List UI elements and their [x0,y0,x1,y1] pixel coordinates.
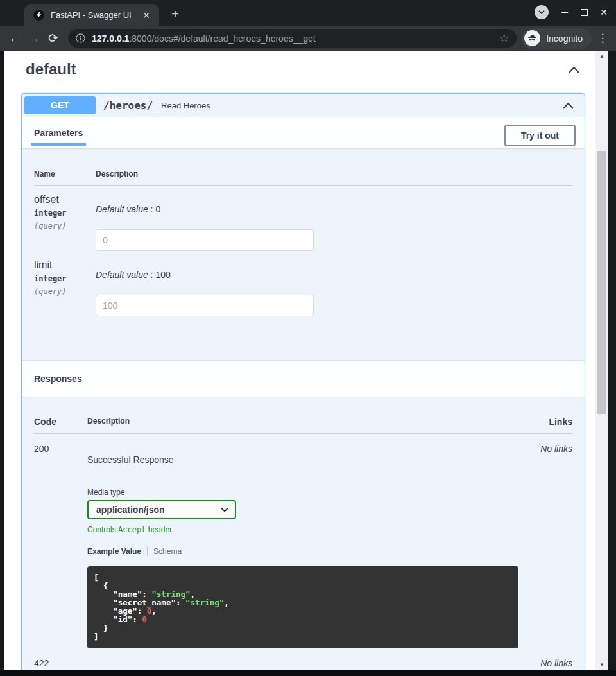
param-location: (query) [34,287,96,296]
page-scrollbar[interactable]: ▲ ▼ [595,51,608,670]
response-code: 422 [34,658,87,670]
col-header-description: Description [87,417,521,427]
scrollbar-thumb[interactable] [597,151,606,414]
maximize-button[interactable] [581,9,588,16]
media-type-select[interactable]: application/json [87,500,236,519]
bookmark-star-icon[interactable]: ☆ [499,31,509,45]
incognito-icon [524,30,540,46]
controls-accept-note: Controls Accept header. [87,525,521,534]
parameters-section-header: Parameters Try it out [22,117,585,148]
opblock-collapse-chevron-icon[interactable] [562,101,574,110]
method-badge: GET [24,96,96,114]
response-row-200: 200 Successful Response Media type appli… [34,434,572,648]
col-header-name: Name [34,169,96,178]
response-description: Successful Response [87,455,521,465]
opblock-summary[interactable]: GET /heroes/ Read Heroes [22,94,585,117]
forward-icon[interactable]: → [24,29,44,48]
try-it-out-button[interactable]: Try it out [504,125,576,146]
media-type-label: Media type [87,488,521,497]
tab-search-button[interactable] [535,5,549,19]
incognito-badge: Incognito [522,28,592,49]
page-viewport: default GET /heroes/ Read Heroes Paramet… [4,51,595,670]
responses-table: Code Description Links 200 Successful Re… [22,397,585,670]
browser-toolbar: ← → ⟳ 127.0.0.1:8000/docs#/default/read_… [0,26,616,51]
param-type: integer [34,274,96,283]
chevron-down-icon [221,507,228,512]
scroll-up-icon[interactable]: ▲ [595,51,608,62]
site-info-icon[interactable] [76,33,85,43]
reload-icon[interactable]: ⟳ [44,29,63,48]
tab-close-icon[interactable]: ✕ [140,9,153,22]
response-code: 200 [34,444,87,648]
tab-title: FastAPI - Swagger UI [51,10,140,20]
new-tab-button[interactable]: + [167,6,184,23]
minimize-button[interactable]: ─ [559,7,570,17]
opblock-get-heroes: GET /heroes/ Read Heroes Parameters Try … [21,93,585,670]
example-code-block[interactable]: [ { "name": "string", "secret_name": "st… [87,566,518,648]
param-name: limit [34,259,96,271]
example-json: [ { "name": "string", "secret_name": "st… [94,573,512,641]
tag-section-header[interactable]: default [21,51,585,83]
fastapi-favicon [33,10,44,21]
parameters-table-header: Name Description [34,169,572,186]
offset-input[interactable] [96,229,314,251]
response-links: No links [521,658,572,670]
tag-title: default [26,60,76,78]
browser-menu-icon[interactable]: ⋮ [594,31,611,45]
col-header-links: Links [521,417,572,427]
browser-tab-strip: FastAPI - Swagger UI ✕ + ─ ✕ [0,0,616,26]
responses-table-header: Code Description Links [34,417,572,434]
response-links: No links [521,444,572,648]
collapse-chevron-icon[interactable] [568,65,580,74]
responses-section-header: Responses [22,360,585,397]
limit-input[interactable] [96,295,314,316]
param-location: (query) [34,221,96,230]
section-divider [21,85,585,85]
window-bottom-frame [0,670,616,676]
tab-schema[interactable]: Schema [153,547,182,556]
responses-title: Responses [34,374,82,384]
param-row-offset: offset integer (query) Default value : 0 [34,186,572,251]
tab-parameters[interactable]: Parameters [31,125,86,146]
close-button[interactable]: ✕ [598,7,610,17]
param-name: offset [34,194,96,205]
tab-example-value[interactable]: Example Value [87,547,141,556]
param-default: Default value : 0 [96,204,572,214]
response-row-422: 422 Validation Error No links [34,648,572,670]
parameters-table: Name Description offset integer (query) … [22,148,585,360]
tab-separator [147,546,148,556]
param-type: integer [34,209,96,218]
param-row-limit: limit integer (query) Default value : 10… [34,251,572,316]
col-header-description: Description [96,169,138,178]
endpoint-summary: Read Heroes [161,101,562,110]
back-icon[interactable]: ← [5,29,24,48]
active-tab-underline [31,143,86,146]
param-default: Default value : 100 [96,270,572,280]
url-bar[interactable]: 127.0.0.1:8000/docs#/default/read_heroes… [68,29,517,48]
scroll-down-icon[interactable]: ▼ [595,660,608,670]
endpoint-path: /heroes/ [103,100,153,112]
col-header-code: Code [34,417,87,427]
browser-tab[interactable]: FastAPI - Swagger UI ✕ [24,4,159,26]
url-text: 127.0.0.1:8000/docs#/default/read_heroes… [92,33,494,44]
